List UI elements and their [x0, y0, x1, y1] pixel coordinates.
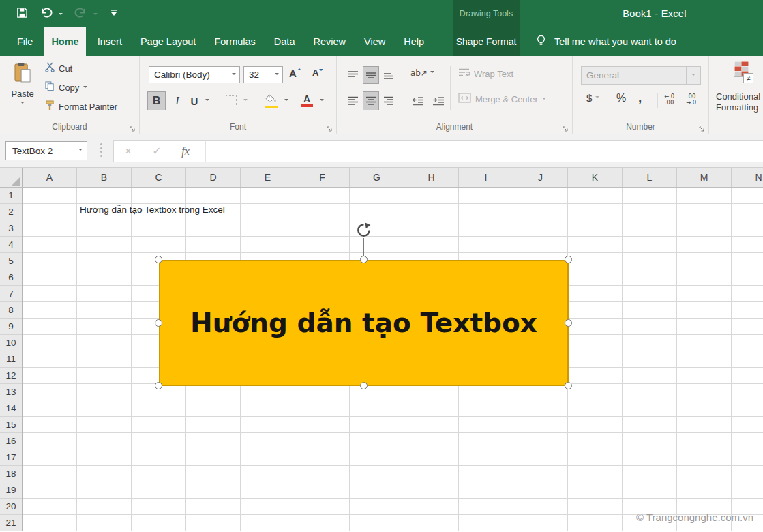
font-name-dropdown-icon[interactable]: [232, 73, 236, 77]
column-header-h[interactable]: H: [404, 168, 459, 187]
borders-button[interactable]: [223, 91, 239, 110]
column-header-j[interactable]: J: [513, 168, 568, 187]
paste-dropdown-icon[interactable]: [20, 102, 25, 106]
orientation-button[interactable]: ab↗: [410, 68, 434, 78]
clipboard-dialog-launcher-icon[interactable]: [129, 123, 136, 130]
row-header-15[interactable]: 15: [0, 417, 22, 433]
decrease-indent-button[interactable]: [409, 91, 427, 110]
increase-indent-button[interactable]: [430, 91, 447, 110]
underline-button[interactable]: U: [186, 91, 203, 110]
resize-handle-s[interactable]: [360, 382, 368, 389]
row-header-5[interactable]: 5: [0, 253, 22, 269]
font-size-combobox[interactable]: 32: [243, 66, 283, 83]
column-header-f[interactable]: F: [295, 168, 350, 187]
bold-button[interactable]: B: [147, 91, 166, 110]
row-header-9[interactable]: 9: [0, 319, 22, 335]
accounting-format-button[interactable]: $: [586, 92, 599, 104]
row-header-7[interactable]: 7: [0, 286, 22, 302]
name-box-dropdown-icon[interactable]: [78, 149, 83, 153]
qat-customize-icon[interactable]: [110, 8, 117, 20]
resize-handle-nw[interactable]: [155, 256, 162, 263]
column-header-a[interactable]: A: [23, 168, 77, 187]
font-size-dropdown-icon[interactable]: [275, 73, 279, 77]
row-header-8[interactable]: 8: [0, 302, 22, 319]
align-bottom-button[interactable]: [380, 66, 397, 84]
resize-handle-e[interactable]: [565, 319, 572, 327]
font-name-combobox[interactable]: Calibri (Body): [149, 66, 240, 83]
row-header-12[interactable]: 12: [0, 368, 22, 384]
row-header-20[interactable]: 20: [0, 499, 22, 515]
rotate-handle-icon[interactable]: [356, 222, 372, 241]
row-header-3[interactable]: 3: [0, 220, 22, 237]
name-box[interactable]: TextBox 2: [5, 141, 87, 160]
tab-home[interactable]: Home: [44, 27, 85, 56]
save-icon[interactable]: [16, 7, 28, 21]
column-header-e[interactable]: E: [241, 168, 295, 187]
column-header-g[interactable]: G: [350, 168, 404, 187]
comma-style-button[interactable]: ,: [638, 90, 642, 105]
row-header-11[interactable]: 11: [0, 351, 22, 368]
grow-font-button[interactable]: A: [289, 68, 297, 79]
row-header-1[interactable]: 1: [0, 188, 22, 204]
row-header-21[interactable]: 21: [0, 515, 22, 531]
paste-button[interactable]: Paste: [4, 59, 41, 122]
undo-icon[interactable]: [40, 7, 53, 21]
format-painter-button[interactable]: Format Painter: [45, 100, 117, 113]
increase-decimal-button[interactable]: ←.0 .00: [664, 93, 674, 106]
column-header-i[interactable]: I: [459, 168, 513, 187]
fill-color-dropdown[interactable]: [282, 91, 291, 110]
copy-button[interactable]: Copy: [45, 81, 87, 94]
copy-dropdown-icon[interactable]: [83, 86, 87, 90]
fill-color-button[interactable]: [263, 91, 280, 110]
orientation-dropdown-icon[interactable]: [430, 71, 434, 75]
row-header-4[interactable]: 4: [0, 237, 22, 253]
tab-insert[interactable]: Insert: [91, 27, 129, 56]
font-color-dropdown[interactable]: [317, 91, 327, 110]
resize-handle-ne[interactable]: [565, 256, 572, 263]
tab-review[interactable]: Review: [306, 27, 353, 56]
accounting-dropdown-icon[interactable]: [595, 96, 599, 100]
column-header-c[interactable]: C: [132, 168, 186, 187]
insert-function-icon[interactable]: fx: [171, 145, 200, 158]
tab-data[interactable]: Data: [267, 27, 302, 56]
align-top-button[interactable]: [345, 66, 361, 84]
italic-button[interactable]: I: [170, 91, 185, 110]
column-header-d[interactable]: D: [186, 168, 241, 187]
resize-handle-se[interactable]: [565, 382, 572, 389]
conditional-formatting-button[interactable]: ≠: [734, 61, 757, 88]
align-middle-button[interactable]: [363, 66, 379, 84]
font-color-button[interactable]: A: [298, 91, 316, 110]
row-header-10[interactable]: 10: [0, 335, 22, 351]
number-dialog-launcher-icon[interactable]: [698, 123, 705, 130]
tab-view[interactable]: View: [357, 27, 392, 56]
tell-me-box[interactable]: Tell me what you want to do: [536, 27, 676, 56]
align-center-button[interactable]: [363, 91, 379, 110]
tab-help[interactable]: Help: [397, 27, 431, 56]
row-header-18[interactable]: 18: [0, 466, 22, 482]
column-header-m[interactable]: M: [677, 168, 732, 187]
tab-formulas[interactable]: Formulas: [207, 27, 262, 56]
align-right-button[interactable]: [380, 91, 397, 110]
row-header-17[interactable]: 17: [0, 449, 22, 466]
column-header-k[interactable]: K: [568, 168, 623, 187]
resize-handle-n[interactable]: [360, 256, 368, 263]
column-header-b[interactable]: B: [77, 168, 132, 187]
row-header-16[interactable]: 16: [0, 433, 22, 449]
decrease-decimal-button[interactable]: .00 →.0: [686, 93, 696, 106]
underline-dropdown[interactable]: [203, 91, 212, 110]
percent-style-button[interactable]: %: [616, 92, 626, 104]
undo-dropdown-icon[interactable]: [59, 13, 63, 17]
row-header-13[interactable]: 13: [0, 384, 22, 400]
tab-page-layout[interactable]: Page Layout: [134, 27, 203, 56]
row-header-2[interactable]: 2: [0, 204, 22, 220]
row-header-14[interactable]: 14: [0, 400, 22, 417]
resize-handle-w[interactable]: [155, 319, 162, 327]
select-all-corner[interactable]: [0, 168, 23, 187]
alignment-dialog-launcher-icon[interactable]: [562, 123, 569, 130]
textbox-shape[interactable]: Hướng dẫn tạo Textbox: [159, 260, 569, 386]
align-left-button[interactable]: [345, 91, 361, 110]
row-header-19[interactable]: 19: [0, 482, 22, 499]
borders-dropdown[interactable]: [241, 91, 250, 110]
shrink-font-button[interactable]: A: [312, 68, 318, 78]
resize-handle-sw[interactable]: [155, 382, 162, 389]
